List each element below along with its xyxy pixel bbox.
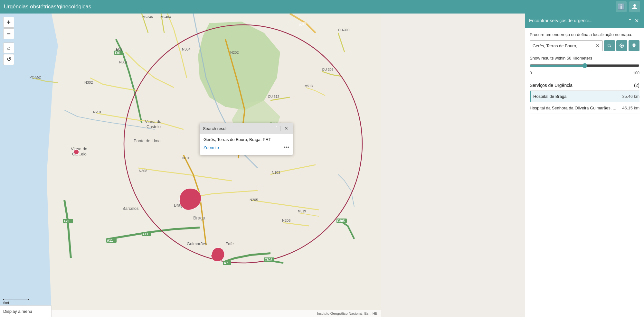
- svg-text:N101: N101: [182, 156, 191, 160]
- user-button[interactable]: [629, 1, 640, 12]
- scale-label: 6mi: [3, 301, 9, 305]
- svg-text:N302: N302: [84, 80, 93, 84]
- home-button[interactable]: ⌂: [3, 42, 14, 53]
- svg-text:Fafe: Fafe: [225, 241, 234, 246]
- svg-text:E805: E805: [337, 219, 345, 223]
- svg-text:N301: N301: [119, 60, 128, 64]
- search-submit-button[interactable]: [604, 40, 615, 51]
- svg-text:Viana do: Viana do: [71, 146, 87, 151]
- popup-title: Search result: [203, 126, 228, 131]
- svg-text:A28: A28: [63, 219, 70, 223]
- svg-text:N308: N308: [139, 169, 147, 173]
- map-container[interactable]: N304 N202 A-52 E01 N301 N302 N201 N308 N…: [0, 14, 381, 317]
- svg-point-50: [74, 149, 79, 154]
- display-menu-button[interactable]: Display a menu: [0, 305, 52, 317]
- radius-label: Show results within 50 Kilometers: [530, 56, 639, 61]
- result-item[interactable]: Hospital da Senhora da Oliveira Guimarãe…: [530, 102, 639, 114]
- header-actions: ℹ️: [616, 1, 640, 12]
- right-panel: Encontrar serviços de urgênci... ⌃ ✕ Pro…: [525, 14, 644, 317]
- locate-button[interactable]: ↺: [3, 54, 14, 65]
- results-title: Serviços de Urgência: [530, 83, 573, 88]
- radius-slider[interactable]: [530, 63, 639, 68]
- result-item[interactable]: Hospital de Braga 35.46 km: [530, 91, 639, 102]
- svg-text:Viana do: Viana do: [145, 119, 161, 124]
- scale-bar: 6mi: [3, 299, 29, 305]
- svg-text:Braga: Braga: [193, 215, 205, 220]
- results-list: Hospital de Braga 35.46 km Hospital da S…: [530, 91, 639, 114]
- result-name: Hospital da Senhora da Oliveira Guimarãe…: [530, 106, 616, 110]
- result-name: Hospital de Braga: [533, 94, 566, 99]
- svg-text:E01: E01: [115, 51, 121, 55]
- svg-text:M513: M513: [305, 84, 313, 88]
- zoom-to-link[interactable]: Zoom to: [204, 145, 219, 150]
- svg-text:A11: A11: [142, 232, 148, 236]
- app-title: Urgências obstétricas/ginecológicas: [4, 4, 91, 10]
- svg-text:N201: N201: [93, 110, 101, 114]
- slider-min: 0: [530, 71, 532, 75]
- scale-line: [3, 299, 29, 300]
- app-header: Urgências obstétricas/ginecológicas ℹ️: [0, 0, 644, 14]
- svg-text:N304: N304: [182, 47, 190, 51]
- search-field-value: Gerês, Terras de Bouro,: [533, 43, 577, 48]
- svg-text:Ponte de Lima: Ponte de Lima: [134, 138, 161, 143]
- slider-max: 100: [633, 71, 639, 75]
- search-row: Gerês, Terras de Bouro, ✕: [530, 40, 639, 51]
- search-result-popup: Search result ⬜ ✕ Gerês, Terras de Bouro…: [200, 123, 293, 155]
- svg-text:OU-312: OU-312: [268, 95, 279, 98]
- svg-text:Barcelos: Barcelos: [122, 206, 139, 211]
- svg-text:N206: N206: [282, 219, 290, 222]
- locate-me-button[interactable]: [616, 40, 627, 51]
- popup-body: Gerês, Terras de Bouro, Braga, PRT Zoom …: [200, 134, 293, 155]
- svg-text:E802: E802: [265, 258, 272, 262]
- svg-text:N205: N205: [250, 198, 258, 202]
- display-menu-label: Display a menu: [3, 309, 32, 314]
- svg-text:OU-302: OU-302: [322, 68, 333, 71]
- svg-text:Guimarães: Guimarães: [187, 241, 207, 246]
- search-clear-button[interactable]: ✕: [596, 43, 600, 49]
- map-controls: + − ⌂ ↺: [3, 17, 14, 65]
- popup-header-icons: ⬜ ✕: [274, 125, 290, 132]
- popup-close-button[interactable]: ✕: [283, 125, 290, 132]
- slider-container: [530, 63, 639, 70]
- panel-body: Procure um endereço ou defina a localiza…: [525, 28, 644, 317]
- search-instruction: Procure um endereço ou defina a localiza…: [530, 32, 639, 37]
- svg-text:A11: A11: [107, 239, 113, 242]
- zoom-out-button[interactable]: −: [3, 28, 14, 39]
- panel-title: Encontrar serviços de urgênci...: [529, 18, 627, 23]
- zoom-in-button[interactable]: +: [3, 17, 14, 28]
- results-count: (2): [634, 83, 639, 88]
- popup-resize-button[interactable]: ⬜: [274, 125, 281, 132]
- result-distance: 46.15 km: [622, 106, 639, 110]
- svg-text:N202: N202: [230, 51, 239, 54]
- svg-text:Castelo: Castelo: [147, 124, 161, 129]
- svg-text:PO-552: PO-552: [30, 76, 41, 79]
- svg-text:OU-300: OU-300: [338, 28, 349, 32]
- map-attribution: Instituto Geográfico Nacional, Esri, HEI: [52, 310, 381, 317]
- panel-header: Encontrar serviços de urgênci... ⌃ ✕: [525, 14, 644, 28]
- svg-text:A7: A7: [224, 261, 228, 265]
- results-header: Serviços de Urgência (2): [530, 80, 639, 91]
- slider-range: 0 100: [530, 71, 639, 75]
- svg-text:PO-346: PO-346: [142, 15, 153, 19]
- svg-text:M519: M519: [298, 210, 306, 213]
- popup-address: Gerês, Terras de Bouro, Braga, PRT: [204, 137, 289, 142]
- search-field[interactable]: Gerês, Terras de Bouro, ✕: [530, 40, 603, 51]
- pin-location-button[interactable]: [629, 40, 639, 51]
- svg-text:N103: N103: [272, 171, 280, 174]
- popup-header: Search result ⬜ ✕: [200, 123, 293, 134]
- panel-collapse-button[interactable]: ⌃: [627, 16, 633, 25]
- popup-more-button[interactable]: •••: [284, 145, 289, 150]
- popup-footer: Zoom to •••: [204, 145, 289, 152]
- panel-close-button[interactable]: ✕: [633, 16, 640, 25]
- result-distance: 35.46 km: [622, 94, 639, 99]
- info-button[interactable]: ℹ️: [616, 1, 627, 12]
- map-background: N304 N202 A-52 E01 N301 N302 N201 N308 N…: [0, 14, 381, 317]
- svg-text:PO-404: PO-404: [160, 15, 171, 19]
